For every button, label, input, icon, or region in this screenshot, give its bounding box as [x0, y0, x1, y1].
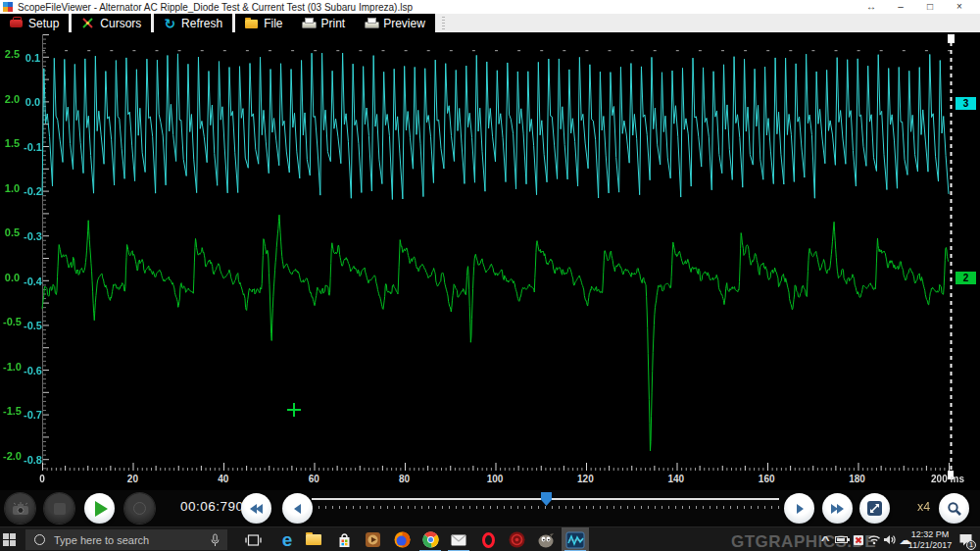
refresh-button[interactable]: ↻Refresh: [154, 14, 232, 32]
task-view-icon: [245, 533, 262, 547]
notification-button[interactable]: 1: [953, 527, 978, 551]
expand-button[interactable]: [859, 493, 890, 524]
step-back-button[interactable]: [282, 493, 313, 524]
search-placeholder: Type here to search: [54, 534, 211, 546]
clock[interactable]: 12:32 PM 11/21/2017: [907, 529, 953, 550]
printer-icon: [365, 18, 377, 28]
refresh-icon: ↻: [164, 17, 175, 30]
play-icon: [95, 501, 108, 517]
snapshot-button[interactable]: [5, 493, 35, 524]
x-axis-label: 0: [39, 474, 45, 484]
step-forward-button[interactable]: [784, 493, 814, 524]
y-axis-label-cyan: -0.7: [21, 409, 45, 421]
left-arrow-icon: [292, 502, 304, 516]
file-explorer-icon: [306, 534, 321, 545]
magnifier-icon: [947, 501, 962, 517]
opera-taskbar-button[interactable]: [474, 527, 502, 551]
play-button[interactable]: [84, 493, 115, 524]
task-view-button[interactable]: [243, 532, 263, 547]
movies-tv-taskbar-button[interactable]: [359, 527, 386, 551]
toolbar-group: ↻Refresh: [154, 14, 232, 32]
gimp-taskbar-button[interactable]: [532, 527, 560, 551]
y-axis-label-cyan: -0.4: [21, 276, 45, 287]
cortana-circle-icon: [34, 534, 45, 545]
seek-slider-ticks: [312, 506, 780, 509]
toolbox-icon: [10, 20, 23, 27]
record-icon: [133, 502, 146, 515]
channel-3-badge[interactable]: 3: [956, 97, 976, 110]
fast-forward-button[interactable]: [822, 493, 853, 524]
double-right-arrow-icon: [829, 502, 846, 516]
wifi-tray-button[interactable]: [866, 527, 881, 551]
toolbar-grip: [442, 17, 445, 29]
edge-taskbar-button[interactable]: e: [273, 527, 301, 551]
y-axis-label-cyan: -0.6: [21, 365, 45, 376]
firefox-taskbar-button[interactable]: [388, 527, 416, 551]
taskbar: Type here to search e GTGRAPHICS.DE ^☁ 1…: [0, 526, 980, 551]
firefox-icon: [394, 531, 411, 548]
microphone-icon[interactable]: [211, 533, 220, 547]
y-axis-label-cyan: -0.5: [21, 320, 45, 331]
security-flag-tray-button[interactable]: [852, 527, 865, 551]
mail-icon: [451, 534, 466, 546]
toolbar-button-label: Setup: [28, 17, 59, 30]
window-minimize-button[interactable]: –: [886, 0, 915, 14]
scope-file-viewer-taskbar-button[interactable]: [562, 527, 589, 551]
record-button[interactable]: [124, 493, 155, 524]
explorer-taskbar-button[interactable]: [300, 527, 327, 551]
chevron-up-icon: ^: [821, 534, 830, 546]
window-maximize-button[interactable]: □: [915, 0, 945, 14]
window-close-button[interactable]: ×: [945, 0, 974, 14]
microsoft-store-icon: [337, 532, 352, 548]
waveform-canvas: [0, 32, 980, 471]
clock-time: 12:32 PM: [907, 529, 953, 540]
cursors-button[interactable]: Cursors: [72, 14, 151, 32]
search-box[interactable]: Type here to search: [25, 529, 227, 550]
y-axis-label-cyan: -0.3: [21, 230, 45, 242]
setup-button[interactable]: Setup: [0, 14, 69, 32]
file-button[interactable]: File: [235, 14, 292, 32]
movies-tv-icon: [365, 531, 381, 548]
x-axis-label: 100: [487, 474, 504, 484]
time-display: 00:06:790: [180, 499, 244, 514]
transport-bar: 00:06:790 x4: [0, 490, 980, 526]
zoom-button[interactable]: [939, 493, 969, 524]
x-axis-label: 80: [399, 474, 410, 484]
print-button[interactable]: Print: [292, 14, 355, 32]
toolbar-group: Cursors: [72, 14, 151, 32]
edge-icon: e: [282, 530, 293, 549]
title-bar: ScopeFileViewer - Alternator AC Ripple_D…: [0, 0, 980, 14]
seek-slider-thumb[interactable]: [541, 492, 552, 506]
volume-tray-button[interactable]: [882, 527, 897, 551]
window-resize-button[interactable]: ↔: [857, 0, 886, 14]
chrome-icon: [422, 531, 439, 548]
x-axis-label: 40: [218, 474, 228, 484]
chrome-taskbar-button[interactable]: [416, 527, 444, 551]
gimp-icon: [537, 532, 555, 548]
x-axis-label: 200 ms: [931, 474, 964, 484]
channel-2-badge[interactable]: 2: [956, 272, 976, 284]
double-left-arrow-icon: [248, 502, 265, 516]
window-title: ScopeFileViewer - Alternator AC Ripple_D…: [18, 2, 413, 13]
store-taskbar-button[interactable]: [330, 527, 358, 551]
opera-icon: [482, 532, 495, 548]
app-icon: [3, 2, 13, 12]
window-controls: ↔ – □ ×: [857, 0, 974, 14]
x-axis-label: 180: [849, 474, 865, 484]
preview-button[interactable]: Preview: [355, 14, 435, 32]
clock-date: 11/21/2017: [907, 540, 953, 551]
x-axis: 020406080100120140160180200 ms: [0, 471, 980, 490]
rewind-button[interactable]: [241, 493, 271, 524]
toolbar: SetupCursors↻RefreshFilePrintPreview: [0, 14, 980, 32]
red-app-taskbar-button[interactable]: [503, 527, 530, 551]
security-flag-icon: [853, 534, 864, 546]
plot-area[interactable]: 2.52.01.51.00.50.0-0.5-1.0-1.5-2.00.10.0…: [0, 32, 980, 471]
stop-button[interactable]: [44, 493, 74, 524]
expand-icon: [866, 500, 883, 517]
battery-tray-button[interactable]: [834, 527, 851, 551]
y-axis-label-cyan: 0.1: [21, 52, 45, 64]
chevron-up-tray-button[interactable]: ^: [819, 527, 832, 551]
mail-taskbar-button[interactable]: [445, 527, 472, 551]
y-axis-label-cyan: -0.2: [21, 185, 45, 197]
start-button[interactable]: [0, 527, 24, 551]
